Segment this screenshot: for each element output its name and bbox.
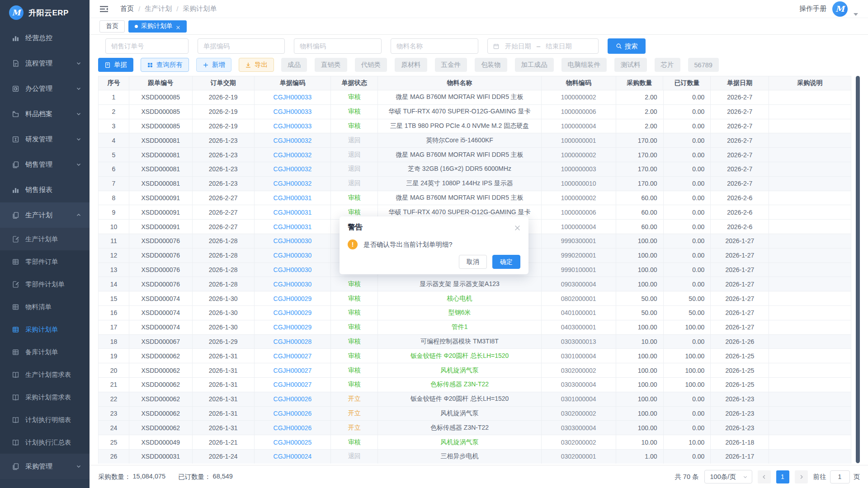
ordered-qty-cell: 0.00 [664,133,711,148]
sidebar-item[interactable]: 零部件订单 [0,250,90,273]
sidebar-item[interactable]: 计划执行汇总表 [0,431,90,454]
collapse-menu-icon[interactable] [99,5,108,13]
doc-code-link[interactable]: CGJH000026 [274,410,312,417]
sidebar-item[interactable]: 生产计划单 [0,228,90,250]
tab-purchase-plan[interactable]: 采购计划单 [128,20,187,33]
sidebar-item[interactable]: 销售管理 [0,152,90,177]
sidebar-item[interactable]: 生产计划需求表 [0,363,90,386]
doc-code-link[interactable]: CGJH000028 [274,338,312,345]
doc-code-link[interactable]: CGJH000027 [274,381,312,388]
sidebar-item[interactable]: 办公管理 [0,76,90,101]
ordered-qty-value: 68,549 [213,473,233,481]
next-page-button[interactable] [795,470,808,483]
doc-code-link[interactable]: CGJH000033 [274,122,312,130]
tab-close-icon[interactable] [176,24,180,28]
query-all-button[interactable]: 查询所有 [141,58,189,72]
sidebar-item[interactable]: 零部件计划单 [0,273,90,296]
category-chip[interactable]: 原材料 [395,58,427,72]
material-name-input[interactable] [391,38,478,54]
caret-down-icon[interactable] [854,9,858,12]
doc-code-link[interactable]: CGJH000030 [274,237,312,244]
sidebar-item[interactable]: 流程管理 [0,51,90,76]
cancel-button[interactable]: 取消 [459,255,487,269]
sidebar-item[interactable]: 物料清单 [0,296,90,318]
search-button[interactable]: 搜索 [608,38,646,54]
sidebar-item-label: 零部件计划单 [25,280,81,289]
prev-page-button[interactable] [758,470,771,483]
material-name-cell: 色标传感器 Z3N-T22 [378,378,542,392]
category-chip[interactable]: 芯片 [655,58,680,72]
doc-code-link[interactable]: CGJH000032 [274,180,312,187]
category-chip[interactable]: 测试料 [614,58,647,72]
doc-code-link[interactable]: CGJH000032 [274,165,312,173]
doc-date-cell: 2026-1-27 [711,263,769,277]
manual-link[interactable]: 操作手册 [799,5,826,13]
sidebar-item[interactable]: 经营总控 [0,25,90,51]
doc-code-link[interactable]: CGJH000031 [274,209,312,216]
goto-page-input[interactable] [830,470,850,483]
category-chip[interactable]: 包装物 [475,58,507,72]
chevron-up-icon [76,212,81,218]
sidebar-item[interactable]: 车间设置 [0,479,90,488]
sidebar-item[interactable]: 生产计划 [0,202,90,228]
current-page-button[interactable]: 1 [776,470,789,483]
sidebar-item[interactable]: 研发管理 [0,127,90,152]
material-name-cell: 钣金铰链件 Φ20圆杆 总长LH=1520 [378,392,542,407]
sidebar-item[interactable]: 采购管理 [0,454,90,479]
doc-code-link[interactable]: CGJH000029 [274,309,312,316]
category-chip[interactable]: 56789 [688,58,719,72]
close-icon[interactable] [514,225,520,230]
doc-code-link[interactable]: CGJH000031 [274,223,312,230]
doc-code-link[interactable]: CGJH000030 [274,266,312,273]
sidebar-item[interactable]: 销售报表 [0,177,90,202]
breadcrumb-home[interactable]: 首页 [120,5,134,13]
category-chip[interactable]: 五金件 [435,58,467,72]
category-chip[interactable]: 直销类 [315,58,347,72]
doc-code-link[interactable]: CGJH000024 [274,453,312,460]
avatar[interactable]: M [832,1,848,17]
doc-code-link[interactable]: CGJH000025 [274,439,312,446]
page-size-select[interactable]: 100条/页 [704,470,752,483]
category-chip[interactable]: 电脑组装件 [561,58,607,72]
goto-label: 前往 [813,473,826,481]
doc-code-cell: CGJH000027 [255,378,331,392]
doc-code-link[interactable]: CGJH000026 [274,395,312,403]
material-code-input[interactable] [294,38,382,54]
sidebar-item[interactable]: 备库计划单 [0,341,90,363]
sales-order-input[interactable] [105,38,189,54]
document-button[interactable]: 单据 [98,58,133,72]
material-code-cell: 1000000002 [542,191,616,206]
chevron-down-icon [76,162,81,167]
doc-code-link[interactable]: CGJH000026 [274,424,312,432]
confirm-button[interactable]: 确定 [492,255,520,269]
doc-code-link[interactable]: CGJH000032 [274,151,312,159]
sidebar-item[interactable]: 计划执行明细表 [0,408,90,431]
doc-code-link[interactable]: CGJH000027 [274,352,312,360]
category-chip[interactable]: 加工成品 [515,58,554,72]
doc-code-link[interactable]: CGJH000029 [274,324,312,331]
doc-code-link[interactable]: CGJH000029 [274,295,312,302]
doc-code-link[interactable]: CGJH000027 [274,367,312,374]
table-scrollbar[interactable] [856,76,860,463]
sidebar-item[interactable]: 料品档案 [0,101,90,127]
sidebar-item[interactable]: 采购计划需求表 [0,386,90,408]
add-button[interactable]: 新增 [196,58,231,72]
doc-code-link[interactable]: CGJH000032 [274,137,312,144]
sidebar-item[interactable]: 采购计划单 [0,318,90,341]
category-chip[interactable]: 成品 [281,58,307,72]
table-row: 23XSDD0000622026-1-31CGJH000026开立风机旋涡气泵0… [99,407,851,421]
breadcrumb-production-plan[interactable]: 生产计划 [145,5,172,13]
tab-home[interactable]: 首页 [99,20,125,33]
doc-code-input[interactable] [198,38,285,54]
due-date-cell: 2026-1-31 [193,378,255,392]
doc-code-link[interactable]: CGJH000033 [274,108,312,115]
doc-code-link[interactable]: CGJH000033 [274,94,312,101]
doc-code-link[interactable]: CGJH000030 [274,252,312,259]
export-button[interactable]: 导出 [239,58,274,72]
category-chip[interactable]: 代销类 [355,58,387,72]
doc-code-link[interactable]: CGJH000030 [274,281,312,288]
date-range-picker[interactable]: 开始日期 – 结束日期 [487,38,599,54]
material-code-cell: 0303000004 [542,378,616,392]
doc-status-badge: 审核 [348,108,361,116]
doc-code-link[interactable]: CGJH000031 [274,194,312,202]
